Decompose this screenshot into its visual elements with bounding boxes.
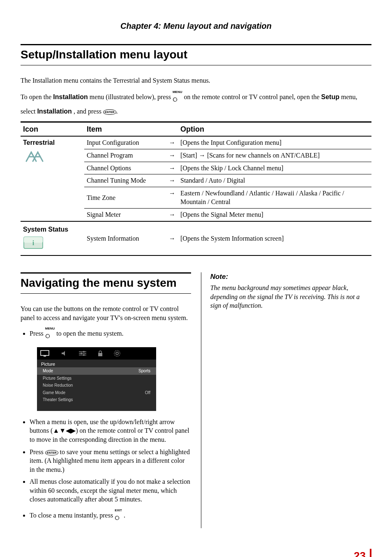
divider [21,272,191,274]
svg-point-15 [83,354,85,356]
svg-point-0 [173,97,177,101]
svg-point-18 [116,352,118,355]
bullet-list: Press MENU to open the menu system. [21,325,191,343]
chapter-title: Chapter 4: Menu layout and navigation [21,21,371,32]
list-item: Press ENTER to save your menu settings o… [30,448,191,474]
osd-row-value: Off [145,390,150,396]
divider [21,293,191,294]
text: [Start] [180,152,199,159]
arrow-icon: → [166,174,178,187]
info-icon: i [23,236,44,249]
arrow-icon: → [166,209,178,221]
left-column: Navigating the menu system You can use t… [21,272,191,528]
arrow-icon: → [166,136,178,149]
list-item: To close a menu instantly, press EXIT . [30,507,191,525]
option-cell: [Opens the Skip / Lock Channel menu] [178,162,371,174]
terrestrial-label: Terrestrial [23,138,82,147]
osd-row-label: Theater Settings [43,397,73,403]
option-cell: [Opens the Input Configuration menu] [178,136,371,149]
installation-word-2: Installation [37,108,71,115]
divider [21,44,371,45]
osd-row-label: Game Mode [43,390,65,396]
osd-tabs [37,347,156,360]
menu-button-icon: MENU [45,325,55,343]
svg-rect-8 [44,356,46,357]
item-cell: System Information [84,221,166,256]
note-body: The menu background may sometimes appear… [210,283,371,310]
section-setup-title: Setup/Installation menu layout [21,47,371,63]
osd-row: Game Mode Off [37,389,156,397]
text: To open the [21,94,53,101]
svg-point-13 [83,351,85,353]
text: To close a menu instantly, press [30,512,115,519]
two-column-layout: Navigating the menu system You can use t… [21,272,371,528]
arrow-icon: → [166,187,178,208]
bullet-list: When a menu is open, use the up/down/lef… [21,418,191,525]
svg-point-17 [114,350,120,356]
settings-tab-icon [78,350,87,357]
text: [Scans for new channels on ANT/CABLE] [205,152,320,159]
setup-word: Setup [321,94,339,101]
intro-para-2: To open the Installation menu (illustrat… [21,89,371,116]
option-cell: [Opens the System Information screen] [178,221,371,256]
text: Press [30,448,45,455]
text: , and press [74,108,103,115]
item-cell: Signal Meter [84,209,166,221]
arrow-icon: → [166,149,178,162]
menu-label: MENU [45,327,55,331]
circle-icon [173,97,178,102]
nav-intro: You can use the buttons on the remote co… [21,304,191,322]
item-cell: Input Configuration [84,136,166,149]
circle-icon [45,334,50,339]
setup-tab-icon [113,350,121,357]
th-option: Option [178,122,371,137]
text: menu (illustrated below), press [90,94,173,101]
osd-row-value: Sports [138,368,150,374]
svg-point-19 [115,516,119,520]
osd-row-label: Picture Settings [43,376,71,381]
arrow-icon: → [166,162,178,174]
item-cell: Channel Options [84,162,166,174]
divider [21,65,371,65]
enter-button-icon: ENTER [45,450,58,455]
text: . [116,108,118,115]
antenna-icon [23,150,48,164]
installation-menu-table: Icon Item Option Terrestrial Input Confi… [21,121,371,256]
svg-marker-9 [62,351,65,356]
menu-button-icon: MENU [173,89,182,107]
enter-button-icon: ENTER [103,109,116,115]
osd-row: Picture Settings [37,375,156,382]
exit-button-icon: EXIT [115,507,122,525]
picture-tab-icon [40,350,51,357]
text: . [124,512,125,519]
list-item: When a menu is open, use the up/down/lef… [30,418,191,444]
circle-icon [115,515,120,520]
option-cell: Eastern / Newfoundland / Atlantic / Hawa… [178,187,371,208]
option-cell: [Start] → [Scans for new channels on ANT… [178,149,371,162]
svg-rect-7 [41,350,49,355]
osd-section-label: Picture [37,360,156,367]
osd-row: Mode Sports [37,367,156,375]
sound-tab-icon [61,350,68,357]
menu-label: MENU [173,90,182,95]
section-navigating-title: Navigating the menu system [21,275,191,291]
text: on the remote control or TV control pane… [184,94,321,101]
exit-label: EXIT [115,508,122,513]
osd-row: Theater Settings [37,396,156,404]
item-cell: Time Zone [84,187,166,208]
svg-point-6 [46,334,49,338]
option-cell: [Opens the Signal Meter menu] [178,209,371,221]
arrow-icon: → [199,152,205,159]
osd-row-label: Noise Reduction [43,383,73,388]
osd-row-label: Mode [43,368,53,374]
text: to open the menu system. [56,330,123,337]
lock-tab-icon [97,350,104,357]
arrow-keys-icon: ▲▼◀▶ [53,427,76,434]
list-item: Press MENU to open the menu system. [30,325,191,343]
right-column: Note: The menu background may sometimes … [201,272,371,528]
note-heading: Note: [210,272,371,282]
text: Press [30,330,45,337]
svg-point-14 [81,353,82,354]
svg-rect-16 [98,353,102,356]
th-icon: Icon [21,122,84,137]
